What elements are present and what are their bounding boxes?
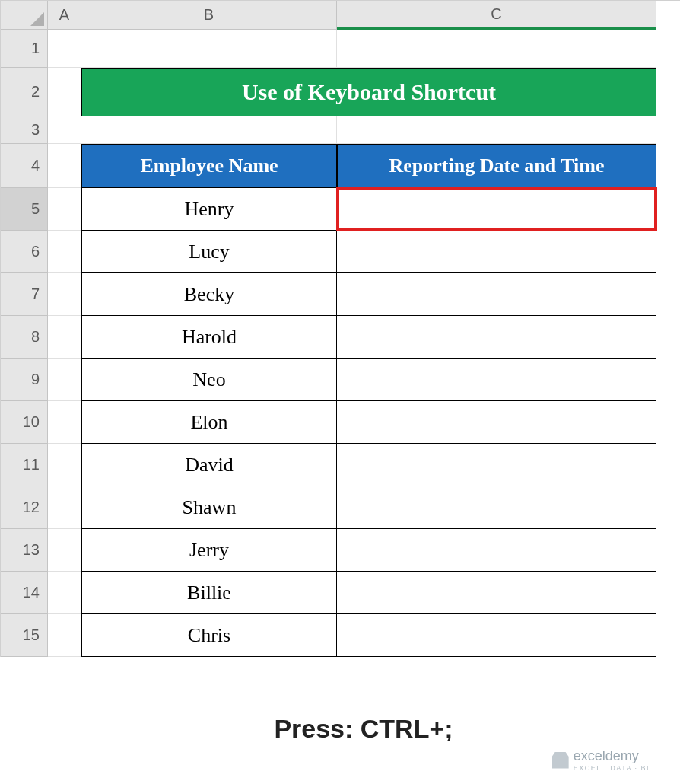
cell-a8[interactable]	[48, 316, 81, 359]
row-header-13[interactable]: 13	[1, 529, 48, 572]
cell-b3[interactable]	[81, 116, 337, 144]
row-header-11[interactable]: 11	[1, 444, 48, 486]
header-reporting-date[interactable]: Reporting Date and Time	[337, 144, 656, 188]
col-header-b[interactable]: B	[81, 1, 337, 30]
cell-b9[interactable]: Neo	[81, 359, 337, 401]
row-header-5[interactable]: 5	[1, 188, 48, 231]
cell-a7[interactable]	[48, 273, 81, 316]
cell-c7[interactable]	[337, 273, 656, 316]
cell-c12[interactable]	[337, 486, 656, 529]
cell-c3[interactable]	[337, 116, 656, 144]
cell-b13[interactable]: Jerry	[81, 529, 337, 572]
cell-a11[interactable]	[48, 444, 81, 486]
row-header-8[interactable]: 8	[1, 316, 48, 359]
row-header-6[interactable]: 6	[1, 231, 48, 273]
cell-a14[interactable]	[48, 572, 81, 614]
col-header-a[interactable]: A	[48, 1, 81, 30]
cell-c8[interactable]	[337, 316, 656, 359]
row-header-1[interactable]: 1	[1, 30, 48, 68]
row-header-12[interactable]: 12	[1, 486, 48, 529]
cell-c9[interactable]	[337, 359, 656, 401]
row-header-7[interactable]: 7	[1, 273, 48, 316]
instruction-text: Press: CTRL+;	[47, 714, 680, 744]
cell-c11[interactable]	[337, 444, 656, 486]
cell-b15[interactable]: Chris	[81, 614, 337, 657]
row-header-9[interactable]: 9	[1, 359, 48, 401]
cell-a10[interactable]	[48, 401, 81, 444]
watermark-brand: exceldemy	[574, 748, 639, 763]
cell-c15[interactable]	[337, 614, 656, 657]
cell-a3[interactable]	[48, 116, 81, 144]
cell-a6[interactable]	[48, 231, 81, 273]
cell-a4[interactable]	[48, 144, 81, 188]
cell-a9[interactable]	[48, 359, 81, 401]
cell-a12[interactable]	[48, 486, 81, 529]
title-cell[interactable]: Use of Keyboard Shortcut	[81, 68, 656, 116]
select-all-corner[interactable]	[1, 1, 48, 30]
watermark: exceldemy EXCEL · DATA · BI	[552, 748, 650, 772]
cell-b6[interactable]: Lucy	[81, 231, 337, 273]
cell-a13[interactable]	[48, 529, 81, 572]
row-header-14[interactable]: 14	[1, 572, 48, 614]
cell-b14[interactable]: Billie	[81, 572, 337, 614]
row-header-15[interactable]: 15	[1, 614, 48, 657]
row-header-10[interactable]: 10	[1, 401, 48, 444]
row-header-4[interactable]: 4	[1, 144, 48, 188]
watermark-tag: EXCEL · DATA · BI	[574, 764, 650, 772]
col-header-c[interactable]: C	[337, 1, 656, 30]
cell-b8[interactable]: Harold	[81, 316, 337, 359]
cell-b11[interactable]: David	[81, 444, 337, 486]
cell-b7[interactable]: Becky	[81, 273, 337, 316]
row-header-3[interactable]: 3	[1, 116, 48, 144]
row-header-2[interactable]: 2	[1, 68, 48, 116]
header-employee-name[interactable]: Employee Name	[81, 144, 337, 188]
cell-c14[interactable]	[337, 572, 656, 614]
cell-b10[interactable]: Elon	[81, 401, 337, 444]
cell-a2[interactable]	[48, 68, 81, 116]
cell-a15[interactable]	[48, 614, 81, 657]
logo-icon	[552, 752, 569, 769]
cell-a5[interactable]	[48, 188, 81, 231]
spreadsheet-grid[interactable]: A B C 1 2 Use of Keyboard Shortcut 3 4 E…	[0, 0, 680, 657]
cell-c13[interactable]	[337, 529, 656, 572]
cell-a1[interactable]	[48, 30, 81, 68]
cell-b12[interactable]: Shawn	[81, 486, 337, 529]
cell-c1[interactable]	[337, 30, 656, 68]
cell-b5[interactable]: Henry	[81, 188, 337, 231]
cell-c6[interactable]	[337, 231, 656, 273]
cell-b1[interactable]	[81, 30, 337, 68]
cell-c10[interactable]	[337, 401, 656, 444]
cell-c5-selected[interactable]	[337, 188, 656, 231]
